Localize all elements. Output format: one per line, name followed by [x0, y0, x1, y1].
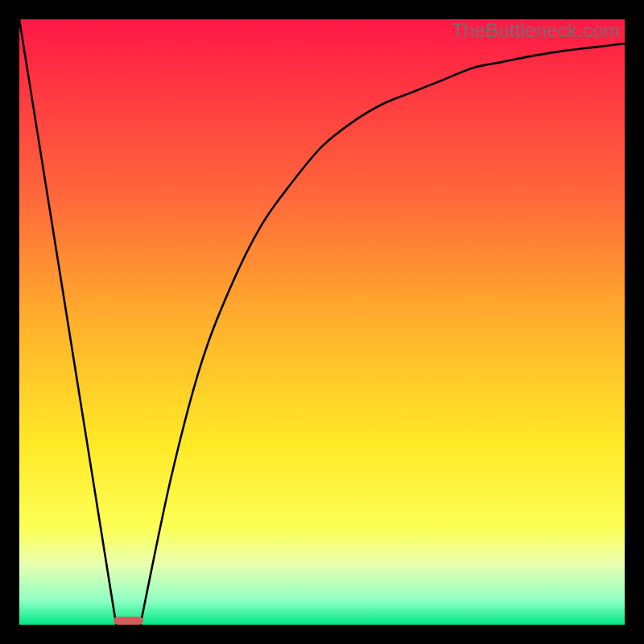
plot-area: TheBottleneck.com [19, 19, 625, 625]
optimal-marker [114, 617, 144, 625]
watermark-text: TheBottleneck.com [452, 19, 620, 42]
bottleneck-curve [19, 19, 625, 625]
chart-frame: TheBottleneck.com [0, 0, 644, 644]
